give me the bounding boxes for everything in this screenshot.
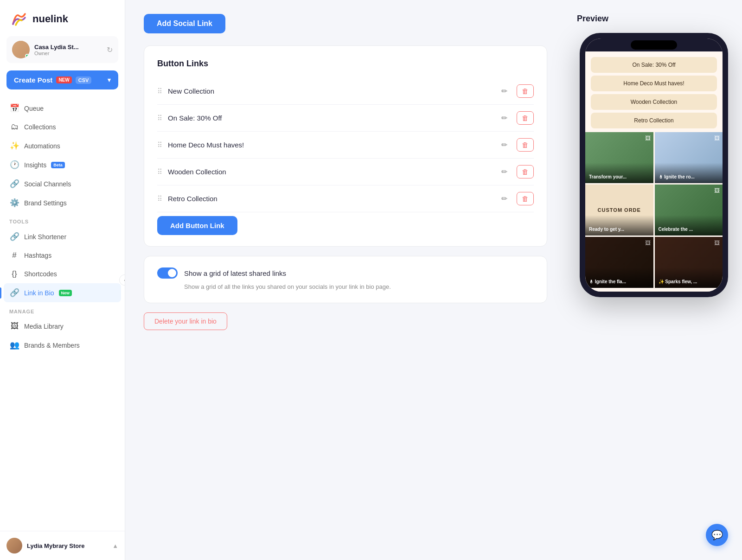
new-badge: new [56, 76, 71, 83]
sidebar-item-media-library[interactable]: 🖼 Media Library [4, 317, 121, 336]
settings-icon: ⚙️ [9, 198, 19, 208]
sidebar-item-brand-settings[interactable]: ⚙️ Brand Settings [4, 193, 121, 212]
create-post-label: Create Post [14, 76, 52, 84]
sidebar-item-label: Brand Settings [24, 199, 67, 207]
phone-photo-grid: 🖼 Transform your... 🖼 🕯 Ignite the ro... [585, 132, 723, 292]
photo-label: Celebrate the ... [659, 227, 693, 232]
sidebar-item-social-channels[interactable]: 🔗 Social Channels [4, 174, 121, 193]
chat-bubble-button[interactable]: 💬 [706, 524, 728, 546]
edit-button[interactable]: ✏ [498, 139, 511, 151]
delete-button[interactable]: 🗑 [517, 192, 534, 205]
photo-cell: 🖼 ✨ Sparks flew, ... [655, 237, 723, 288]
hashtag-icon: # [9, 251, 19, 260]
nav-section: 📅 Queue 🗂 Collections ✨ Automations 🕐 In… [0, 99, 125, 212]
photo-label: 🕯 Ignite the ro... [659, 174, 695, 179]
photo-label: ✨ Sparks flew, ... [659, 279, 697, 284]
refresh-icon[interactable]: ↻ [107, 45, 113, 54]
sidebar-item-automations[interactable]: ✨ Automations [4, 136, 121, 155]
photo-overlay: 🕯 Ignite the fla... [585, 267, 653, 288]
edit-button[interactable]: ✏ [498, 112, 511, 124]
wand-icon: ✨ [9, 141, 19, 151]
delete-button[interactable]: 🗑 [517, 138, 534, 152]
link-name: On Sale: 30% Off [168, 114, 492, 122]
add-button-link-button[interactable]: Add Button Link [157, 216, 237, 235]
list-item: ⠿ Retro Collection ✏ 🗑 [157, 185, 534, 212]
add-social-link-button[interactable]: Add Social Link [144, 14, 225, 33]
photo-overlay: Celebrate the ... [655, 215, 723, 235]
custom-order-text: CUSTOM ORDE [598, 207, 641, 213]
sidebar-item-label: Collections [24, 123, 56, 131]
sidebar-item-queue[interactable]: 📅 Queue [4, 99, 121, 118]
sidebar-logo: nuelink [0, 0, 125, 36]
account-switcher[interactable]: Casa Lydia St... Owner ↻ [6, 36, 118, 63]
edit-button[interactable]: ✏ [498, 85, 511, 97]
user-name: Lydia Mybrary Store [27, 542, 85, 549]
image-icon: 🖼 [645, 240, 651, 246]
edit-button[interactable]: ✏ [498, 165, 511, 178]
create-post-button[interactable]: Create Post new CSV ▾ [6, 70, 118, 89]
photo-cell: 🖼 Transform your... [585, 132, 653, 183]
sidebar-item-label: Media Library [24, 323, 64, 330]
sidebar-item-label: Queue [24, 105, 44, 112]
grid-toggle-card: Show a grid of latest shared links Show … [144, 256, 547, 303]
delete-button[interactable]: 🗑 [517, 165, 534, 178]
link-name: Wooden Collection [168, 168, 492, 176]
logo-text: nuelink [32, 13, 68, 25]
sidebar-item-brands-members[interactable]: 👥 Brands & Members [4, 336, 121, 355]
sidebar-item-insights[interactable]: 🕐 Insights Beta [4, 155, 121, 174]
drag-handle-icon[interactable]: ⠿ [157, 141, 162, 149]
user-profile-footer[interactable]: Lydia Mybrary Store ▲ [0, 531, 125, 560]
list-item: ⠿ On Sale: 30% Off ✏ 🗑 [157, 105, 534, 132]
main-content: Add Social Link Button Links ⠿ New Colle… [125, 0, 566, 560]
sidebar-item-shortcodes[interactable]: {} Shortcodes [4, 265, 121, 283]
photo-overlay: 🕯 Ignite the ro... [655, 163, 723, 183]
drag-handle-icon[interactable]: ⠿ [157, 195, 162, 203]
edit-button[interactable]: ✏ [498, 192, 511, 205]
button-links-title: Button Links [157, 59, 534, 69]
share-icon: 🔗 [9, 179, 19, 189]
photo-cell: 🖼 🕯 Ignite the fla... [585, 237, 653, 288]
phone-notch-pill [631, 40, 677, 50]
phone-link-item: Wooden Collection [591, 94, 717, 110]
link-name: Retro Collection [168, 195, 492, 203]
new-green-badge: New [59, 290, 72, 296]
toggle-label: Show a grid of latest shared links [184, 269, 286, 277]
phone-link-item: On Sale: 30% Off [591, 57, 717, 73]
show-grid-toggle[interactable] [157, 267, 178, 279]
link-name: Home Deco Must haves! [168, 141, 492, 149]
drag-handle-icon[interactable]: ⠿ [157, 87, 162, 95]
sidebar-item-hashtags[interactable]: # Hashtags [4, 246, 121, 265]
phone-mockup: On Sale: 30% Off Home Deco Must haves! W… [580, 33, 728, 297]
beta-badge: Beta [51, 162, 65, 168]
sidebar-item-label: Link Shortener [24, 233, 66, 241]
photo-cell: 🖼 Celebrate the ... [655, 185, 723, 235]
sidebar-item-collections[interactable]: 🗂 Collections [4, 118, 121, 136]
list-item: ⠿ Home Deco Must haves! ✏ 🗑 [157, 132, 534, 159]
sidebar-item-label: Brands & Members [24, 342, 80, 349]
photo-cell: CUSTOM ORDE Ready to get y... [585, 185, 653, 235]
chevron-up-icon: ▲ [112, 542, 118, 549]
sidebar-item-link-in-bio[interactable]: 🔗 Link in Bio New [4, 283, 121, 302]
sidebar-item-label: Automations [24, 142, 60, 150]
account-info: Casa Lydia St... Owner [34, 44, 102, 56]
code-icon: {} [9, 269, 19, 279]
drag-handle-icon[interactable]: ⠿ [157, 114, 162, 122]
content-wrapper: Add Social Link Button Links ⠿ New Colle… [125, 0, 742, 560]
delete-button[interactable]: 🗑 [517, 84, 534, 98]
tools-section-label: TOOLS [0, 212, 125, 227]
tools-section: 🔗 Link Shortener # Hashtags {} Shortcode… [0, 227, 125, 302]
members-icon: 👥 [9, 340, 19, 350]
manage-section-label: MANAGE [0, 302, 125, 317]
delete-button[interactable]: 🗑 [517, 111, 534, 125]
delete-link-in-bio-button[interactable]: Delete your link in bio [144, 312, 227, 330]
nuelink-logo-icon [9, 9, 29, 29]
phone-screen: On Sale: 30% Off Home Deco Must haves! W… [585, 38, 723, 292]
clock-icon: 🕐 [9, 160, 19, 170]
list-item: ⠿ New Collection ✏ 🗑 [157, 78, 534, 105]
sidebar-item-link-shortener[interactable]: 🔗 Link Shortener [4, 227, 121, 246]
image-icon: 🖼 [645, 135, 651, 141]
toggle-description: Show a grid of all the links you shared … [184, 282, 534, 292]
sidebar-item-label: Insights [24, 161, 46, 169]
drag-handle-icon[interactable]: ⠿ [157, 168, 162, 176]
app-wrapper: ‹ nuelink Casa Lydia St... Owner ↻ C [0, 0, 742, 560]
